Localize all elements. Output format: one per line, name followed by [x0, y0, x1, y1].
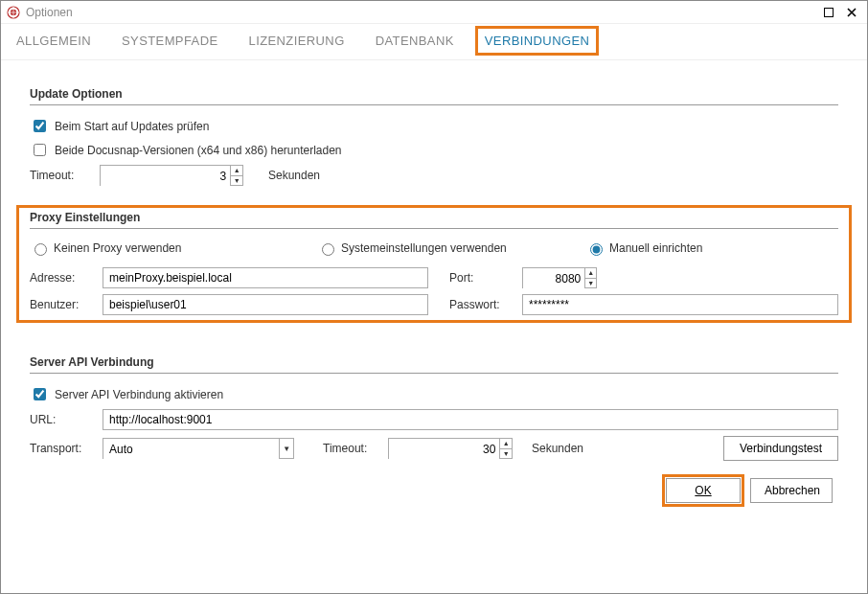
tab-datenbank[interactable]: DATENBANK: [372, 28, 458, 54]
tab-systempfade[interactable]: SYSTEMPFADE: [118, 28, 221, 54]
close-button[interactable]: [842, 4, 861, 21]
api-activate-checkbox[interactable]: [34, 388, 46, 400]
proxy-address-input[interactable]: [103, 267, 428, 288]
proxy-port-label: Port:: [449, 271, 514, 285]
proxy-none-radio[interactable]: [34, 243, 47, 256]
update-timeout-input[interactable]: [101, 166, 230, 187]
proxy-none-label: Keinen Proxy verwenden: [54, 241, 181, 255]
proxy-user-input[interactable]: [103, 294, 428, 315]
proxy-section-title: Proxy Einstellungen: [30, 211, 838, 229]
download-both-versions[interactable]: [34, 144, 46, 156]
tab-lizenzierung[interactable]: LIZENZIERUNG: [245, 28, 349, 54]
proxy-port-down[interactable]: ▼: [585, 279, 596, 288]
proxy-system-label: Systemeinstellungen verwenden: [341, 241, 507, 255]
tab-verbindungen-label: VERBINDUNGEN: [485, 34, 590, 48]
api-timeout-input[interactable]: [389, 439, 499, 460]
api-transport-combo[interactable]: ▼: [103, 438, 294, 459]
proxy-system-radio[interactable]: [322, 243, 334, 256]
ok-button-label: OK: [695, 484, 711, 497]
download-both-versions-label: Beide Docusnap-Versionen (x64 und x86) h…: [55, 144, 342, 157]
api-url-input[interactable]: [103, 409, 838, 430]
tab-verbindungen[interactable]: VERBINDUNGEN: [481, 28, 594, 54]
connection-test-button[interactable]: Verbindungstest: [723, 436, 838, 461]
api-url-label: URL:: [30, 413, 95, 426]
proxy-manual-label: Manuell einrichten: [609, 241, 702, 255]
proxy-port-up[interactable]: ▲: [585, 268, 596, 279]
api-transport-dropdown-icon[interactable]: ▼: [279, 439, 293, 458]
content: Update Optionen Beim Start auf Updates p…: [1, 60, 867, 513]
api-timeout-up[interactable]: ▲: [500, 439, 512, 449]
check-updates-on-start-label: Beim Start auf Updates prüfen: [55, 120, 209, 133]
update-timeout-down[interactable]: ▼: [231, 176, 242, 186]
app-icon: [7, 6, 20, 19]
update-timeout-up[interactable]: ▲: [231, 166, 242, 176]
update-timeout-label: Timeout:: [30, 169, 92, 182]
window-title: Optionen: [26, 6, 73, 19]
api-activate-label: Server API Verbindung aktivieren: [55, 388, 223, 401]
maximize-button[interactable]: [819, 4, 838, 21]
proxy-manual-radio[interactable]: [590, 243, 603, 256]
update-timeout-spinner[interactable]: ▲ ▼: [100, 165, 243, 186]
api-section-title: Server API Verbindung: [30, 355, 838, 374]
proxy-user-label: Benutzer:: [30, 298, 95, 311]
api-transport-input[interactable]: [103, 439, 279, 460]
proxy-password-input[interactable]: [522, 294, 838, 315]
update-seconds-label: Sekunden: [268, 169, 320, 182]
check-updates-on-start[interactable]: [34, 120, 46, 132]
proxy-password-label: Passwort:: [449, 298, 514, 311]
cancel-button[interactable]: Abbrechen: [750, 478, 833, 503]
api-timeout-down[interactable]: ▼: [500, 449, 512, 459]
titlebar: Optionen: [1, 1, 867, 24]
proxy-port-spinner[interactable]: ▲ ▼: [522, 267, 597, 288]
api-timeout-label: Timeout:: [323, 442, 380, 455]
api-seconds-label: Sekunden: [532, 442, 583, 455]
api-transport-label: Transport:: [30, 442, 95, 455]
tabs-bar: ALLGEMEIN SYSTEMPFADE LIZENZIERUNG DATEN…: [1, 24, 867, 60]
tab-allgemein[interactable]: ALLGEMEIN: [12, 28, 95, 54]
ok-button[interactable]: OK: [666, 478, 741, 503]
svg-rect-2: [825, 8, 834, 16]
proxy-address-label: Adresse:: [30, 271, 95, 285]
proxy-port-input[interactable]: [523, 268, 584, 289]
update-section-title: Update Optionen: [30, 87, 838, 105]
api-timeout-spinner[interactable]: ▲ ▼: [388, 438, 513, 459]
